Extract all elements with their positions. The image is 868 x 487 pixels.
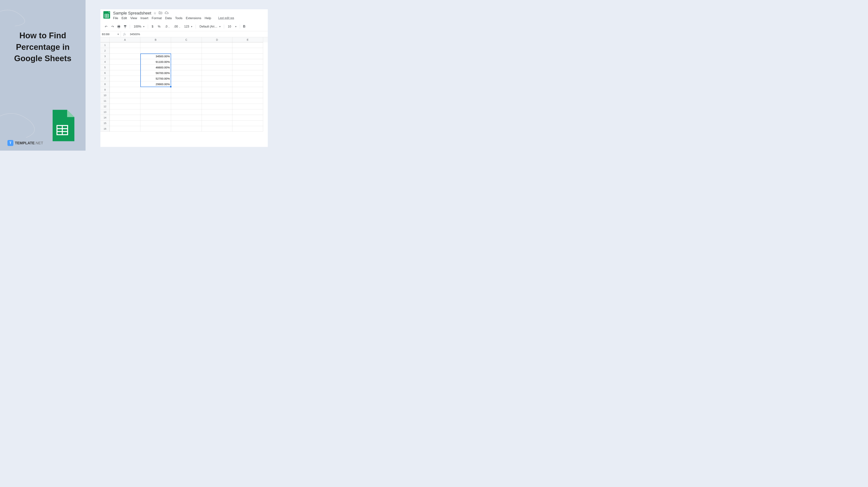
percent-button[interactable]: % [156,24,162,29]
cell[interactable] [110,65,141,70]
spreadsheet-grid[interactable]: A B C D E 12334500.00%491100.00%546600.0… [100,37,268,132]
row-header[interactable]: 9 [100,87,110,93]
cell[interactable] [171,93,202,98]
cell[interactable] [171,115,202,121]
cell[interactable]: 29900.00% [141,82,171,87]
cell[interactable] [141,87,171,93]
cell[interactable] [141,48,171,54]
move-folder-icon[interactable] [159,11,162,16]
cell[interactable] [110,104,141,109]
cell[interactable] [202,87,232,93]
cell[interactable] [171,76,202,82]
number-format-dropdown[interactable]: 123▼ [182,24,194,29]
menu-insert[interactable]: Insert [141,17,148,20]
column-header-d[interactable]: D [202,37,232,42]
cell[interactable] [171,104,202,109]
row-header[interactable]: 1 [100,42,110,48]
cell[interactable] [171,59,202,65]
cell[interactable]: 46600.00% [141,65,171,70]
cell[interactable] [110,121,141,126]
star-icon[interactable]: ☆ [153,11,156,15]
name-box[interactable]: B3:B8▼ [100,31,121,37]
select-all-corner[interactable] [100,37,110,42]
cell[interactable] [232,59,263,65]
font-dropdown[interactable]: Default (Ari…▼ [198,24,222,29]
cell[interactable] [202,109,232,115]
cell[interactable] [141,115,171,121]
row-header[interactable]: 4 [100,59,110,65]
row-header[interactable]: 7 [100,76,110,82]
menu-edit[interactable]: Edit [121,17,127,20]
row-header[interactable]: 6 [100,70,110,76]
cell[interactable] [232,98,263,104]
cell[interactable] [232,109,263,115]
row-header[interactable]: 13 [100,109,110,115]
cell[interactable] [110,82,141,87]
currency-button[interactable]: $ [150,24,155,29]
cell[interactable] [202,121,232,126]
cell[interactable] [141,104,171,109]
cell[interactable] [232,87,263,93]
cell[interactable]: 34500.00% [141,54,171,59]
cell[interactable] [202,126,232,132]
cell[interactable] [141,42,171,48]
cell[interactable]: 52700.00% [141,76,171,82]
column-header-c[interactable]: C [171,37,202,42]
row-header[interactable]: 2 [100,48,110,54]
formula-input[interactable] [128,33,268,36]
menu-format[interactable]: Format [152,17,162,20]
menu-extensions[interactable]: Extensions [186,17,201,20]
bold-button[interactable]: B [242,24,247,29]
cell[interactable] [232,126,263,132]
cell[interactable] [232,121,263,126]
cell[interactable] [171,82,202,87]
cell[interactable] [171,121,202,126]
cell[interactable] [171,87,202,93]
cell[interactable] [232,82,263,87]
cell[interactable] [202,70,232,76]
zoom-dropdown[interactable]: 100%▼ [132,24,146,29]
cell[interactable] [141,93,171,98]
cell[interactable] [232,115,263,121]
cell[interactable] [110,70,141,76]
cell[interactable] [141,109,171,115]
cell[interactable]: 56700.00% [141,70,171,76]
cell[interactable] [110,109,141,115]
cell[interactable] [202,48,232,54]
cell[interactable] [202,76,232,82]
cell[interactable] [110,126,141,132]
redo-button[interactable] [110,25,115,29]
cell[interactable] [232,93,263,98]
cell[interactable] [232,76,263,82]
cell[interactable] [110,54,141,59]
cell[interactable] [202,115,232,121]
cell[interactable] [171,109,202,115]
cell[interactable] [110,42,141,48]
cell[interactable] [202,98,232,104]
cell[interactable] [171,42,202,48]
cell[interactable] [171,65,202,70]
cell[interactable] [110,115,141,121]
cell[interactable] [232,65,263,70]
cell[interactable] [110,87,141,93]
cell[interactable] [171,98,202,104]
row-header[interactable]: 8 [100,82,110,87]
cell[interactable] [202,93,232,98]
undo-button[interactable] [103,25,109,29]
cell[interactable] [171,70,202,76]
cell[interactable]: 91100.00% [141,59,171,65]
menu-help[interactable]: Help [205,17,211,20]
menu-data[interactable]: Data [165,17,172,20]
column-header-e[interactable]: E [232,37,263,42]
menu-tools[interactable]: Tools [175,17,183,20]
cell[interactable] [110,76,141,82]
row-header[interactable]: 5 [100,65,110,70]
column-header-a[interactable]: A [110,37,141,42]
cell[interactable] [110,59,141,65]
decrease-decimal-button[interactable]: .0← [163,24,171,29]
cell[interactable] [202,42,232,48]
cell[interactable] [202,54,232,59]
row-header[interactable]: 14 [100,115,110,121]
cell[interactable] [202,104,232,109]
menu-file[interactable]: File [113,17,118,20]
